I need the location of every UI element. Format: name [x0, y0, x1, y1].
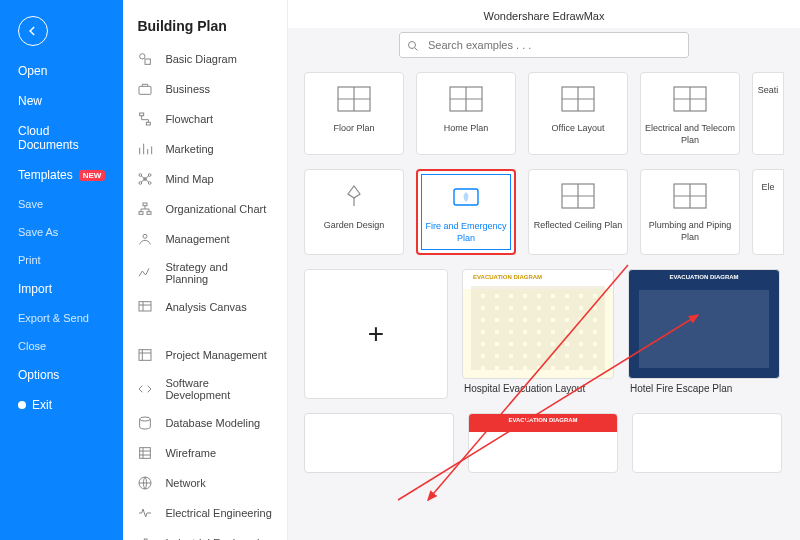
nav-save-as[interactable]: Save As: [0, 218, 123, 246]
org-icon: [137, 201, 153, 217]
svg-rect-10: [143, 203, 147, 206]
category-analysis-canvas[interactable]: Analysis Canvas: [123, 292, 287, 322]
category-label: Analysis Canvas: [165, 301, 246, 313]
template-garden-design[interactable]: Garden Design: [304, 169, 404, 254]
category-label: Mind Map: [165, 173, 213, 185]
template-icon: [672, 85, 708, 113]
category-label: Marketing: [165, 143, 213, 155]
search-bar: [399, 32, 689, 58]
app-title: Wondershare EdrawMax: [288, 0, 800, 28]
nav-close[interactable]: Close: [0, 332, 123, 360]
flow-icon: [137, 111, 153, 127]
category-management[interactable]: Management: [123, 224, 287, 254]
sample-item[interactable]: [468, 413, 618, 473]
category-wireframe[interactable]: Wireframe: [123, 438, 287, 468]
sample-item[interactable]: [632, 413, 782, 473]
sample-hotel-fire-escape-plan[interactable]: Hotel Fire Escape Plan: [628, 269, 780, 399]
template-icon: [448, 85, 484, 113]
category-label: Database Modeling: [165, 417, 260, 429]
nav-options[interactable]: Options: [0, 360, 123, 390]
sample-thumbnail: [304, 413, 454, 473]
svg-point-13: [143, 234, 147, 238]
back-button[interactable]: [18, 16, 48, 46]
blank-template[interactable]: +: [304, 269, 448, 399]
template-label: Plumbing and Piping Plan: [645, 220, 735, 243]
template-seati[interactable]: Seati: [752, 72, 784, 155]
category-column: Building Plan Basic DiagramBusinessFlowc…: [123, 0, 288, 540]
category-label: Wireframe: [165, 447, 216, 459]
search-icon: [407, 38, 419, 56]
sample-label: Hotel Fire Escape Plan: [628, 379, 780, 398]
template-label: Home Plan: [444, 123, 489, 145]
category-label: Basic Diagram: [165, 53, 237, 65]
nav-import[interactable]: Import: [0, 274, 123, 304]
canvas-icon: [137, 299, 153, 315]
category-label: Project Management: [165, 349, 267, 361]
svg-rect-1: [145, 59, 150, 64]
category-label: Network: [165, 477, 205, 489]
template-floor-plan[interactable]: Floor Plan: [304, 72, 404, 155]
net-icon: [137, 475, 153, 491]
mind-icon: [137, 171, 153, 187]
svg-point-23: [409, 42, 416, 49]
svg-rect-2: [139, 86, 151, 94]
nav-print[interactable]: Print: [0, 246, 123, 274]
nav-new[interactable]: New: [0, 86, 123, 116]
nav-export-send[interactable]: Export & Send: [0, 304, 123, 332]
nav-cloud-documents[interactable]: Cloud Documents: [0, 116, 123, 160]
nav-templates[interactable]: TemplatesNEW: [0, 160, 123, 190]
category-label: Business: [165, 83, 210, 95]
template-home-plan[interactable]: Home Plan: [416, 72, 516, 155]
plus-icon: +: [368, 318, 384, 350]
template-label: Fire and Emergency Plan: [422, 221, 510, 244]
category-electrical-engineering[interactable]: Electrical Engineering: [123, 498, 287, 528]
category-marketing[interactable]: Marketing: [123, 134, 287, 164]
svg-rect-15: [139, 350, 151, 361]
template-office-layout[interactable]: Office Layout: [528, 72, 628, 155]
sample-thumbnail: [628, 269, 780, 379]
category-mind-map[interactable]: Mind Map: [123, 164, 287, 194]
template-fire-and-emergency-plan[interactable]: Fire and Emergency Plan: [416, 169, 516, 254]
sidebar: OpenNewCloud DocumentsTemplatesNEWSaveSa…: [0, 0, 123, 540]
category-label: Organizational Chart: [165, 203, 266, 215]
template-icon: [560, 182, 596, 210]
nav-save[interactable]: Save: [0, 190, 123, 218]
template-plumbing-and-piping-plan[interactable]: Plumbing and Piping Plan: [640, 169, 740, 254]
category-project-management[interactable]: Project Management: [123, 340, 287, 370]
nav-exit[interactable]: Exit: [0, 390, 123, 420]
sample-hospital-evacuation-layout[interactable]: Hospital Evacuation Layout: [462, 269, 614, 399]
category-industrial-engineering[interactable]: Industrial Engineering: [123, 528, 287, 540]
sample-thumbnail: [632, 413, 782, 473]
template-reflected-ceiling-plan[interactable]: Reflected Ceiling Plan: [528, 169, 628, 254]
svg-rect-11: [139, 212, 143, 215]
template-label: Reflected Ceiling Plan: [534, 220, 623, 242]
category-business[interactable]: Business: [123, 74, 287, 104]
nav-open[interactable]: Open: [0, 56, 123, 86]
category-flowchart[interactable]: Flowchart: [123, 104, 287, 134]
template-icon: [448, 183, 484, 211]
briefcase-icon: [137, 81, 153, 97]
template-icon: [336, 85, 372, 113]
template-electrical-and-telecom-plan[interactable]: Electrical and Telecom Plan: [640, 72, 740, 155]
template-label: Seati: [758, 85, 779, 107]
template-icon: [560, 85, 596, 113]
svg-rect-12: [147, 212, 151, 215]
category-label: Electrical Engineering: [165, 507, 271, 519]
sample-item[interactable]: [304, 413, 454, 473]
category-network[interactable]: Network: [123, 468, 287, 498]
svg-rect-3: [140, 113, 144, 116]
svg-point-0: [140, 54, 145, 59]
template-label: Ele: [761, 182, 774, 204]
template-ele[interactable]: Ele: [752, 169, 784, 254]
category-software-development[interactable]: Software Development: [123, 370, 287, 408]
template-label: Floor Plan: [333, 123, 374, 145]
category-organizational-chart[interactable]: Organizational Chart: [123, 194, 287, 224]
search-input[interactable]: [399, 32, 689, 58]
ie-icon: [137, 535, 153, 540]
zigzag-icon: [137, 265, 153, 281]
category-basic-diagram[interactable]: Basic Diagram: [123, 44, 287, 74]
category-label: Software Development: [165, 377, 273, 401]
category-database-modeling[interactable]: Database Modeling: [123, 408, 287, 438]
category-strategy-and-planning[interactable]: Strategy and Planning: [123, 254, 287, 292]
template-icon: [336, 182, 372, 210]
